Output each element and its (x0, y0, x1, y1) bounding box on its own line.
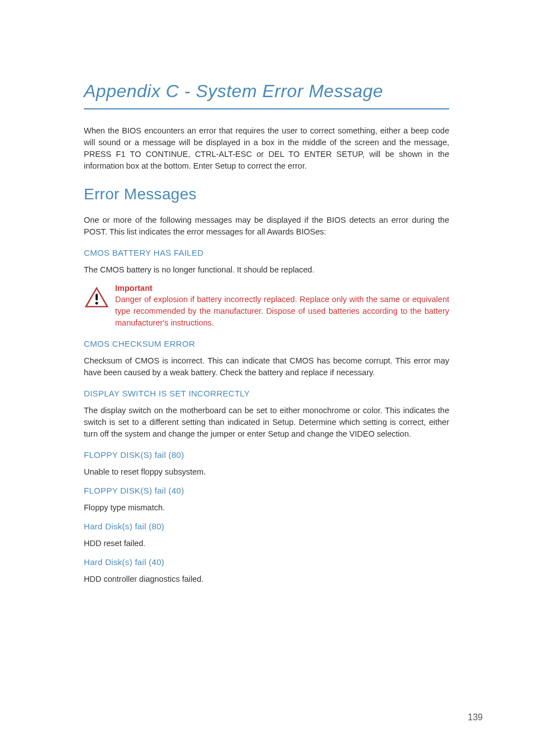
page-number: 139 (468, 712, 483, 722)
body-hd-40: HDD controller diagnostics failed. (84, 573, 449, 585)
section-intro: One or more of the following messages ma… (84, 214, 449, 238)
important-note: Important Danger of explosion if battery… (84, 284, 449, 329)
heading-hd-40: Hard Disk(s) fail (40) (84, 557, 449, 567)
appendix-intro: When the BIOS encounters an error that r… (84, 125, 449, 172)
note-title: Important (115, 284, 449, 293)
heading-display-switch: DISPLAY SWITCH IS SET INCORRECTLY (84, 389, 449, 398)
body-floppy-80: Unable to reset floppy subsystem. (84, 466, 449, 478)
heading-hd-80: Hard Disk(s) fail (80) (84, 521, 449, 531)
page-content: Appendix C - System Error Message When t… (0, 0, 533, 585)
note-content: Important Danger of explosion if battery… (115, 284, 449, 329)
svg-point-3 (96, 302, 98, 305)
body-display-switch: The display switch on the motherboard ca… (84, 405, 449, 440)
heading-cmos-battery: CMOS BATTERY HAS FAILED (84, 248, 449, 257)
heading-cmos-checksum: CMOS CHECKSUM ERROR (84, 339, 449, 348)
body-floppy-40: Floppy type mismatch. (84, 502, 449, 514)
svg-rect-2 (96, 294, 98, 300)
body-hd-80: HDD reset failed. (84, 538, 449, 549)
body-cmos-battery: The CMOS battery is no longer functional… (84, 264, 449, 276)
body-cmos-checksum: Checksum of CMOS is incorrect. This can … (84, 355, 449, 379)
warning-icon (84, 286, 110, 308)
note-text: Danger of explosion if battery incorrect… (115, 294, 449, 329)
heading-floppy-40: FLOPPY DISK(S) fail (40) (84, 486, 449, 495)
heading-floppy-80: FLOPPY DISK(S) fail (80) (84, 450, 449, 460)
appendix-title: Appendix C - System Error Message (84, 81, 449, 109)
section-title-error-messages: Error Messages (84, 185, 449, 203)
